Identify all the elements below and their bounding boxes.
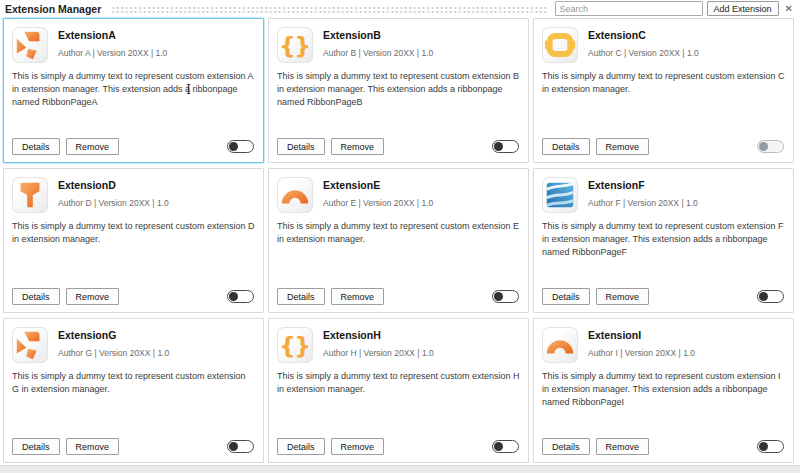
toggle-knob	[759, 142, 768, 151]
card-footer: Details Remove	[277, 288, 519, 305]
search-input[interactable]	[555, 1, 703, 16]
enable-toggle[interactable]	[492, 440, 519, 453]
extension-description: This is simply a dummy text to represent…	[542, 220, 785, 259]
extension-card[interactable]: ExtensionD Author D | Version 20XX | 1.0…	[3, 168, 264, 313]
enable-toggle[interactable]	[227, 440, 254, 453]
enable-toggle[interactable]	[757, 440, 784, 453]
extension-card[interactable]: ExtensionG Author G | Version 20XX | 1.0…	[3, 318, 264, 463]
enable-toggle[interactable]	[492, 140, 519, 153]
plug-frame-icon	[542, 27, 578, 63]
toggle-knob	[494, 142, 503, 151]
page-title: Extension Manager	[5, 3, 101, 15]
card-header: ExtensionA Author A | Version 20XX | 1.0	[12, 27, 255, 63]
card-footer: Details Remove	[542, 438, 784, 455]
remove-button[interactable]: Remove	[596, 288, 650, 305]
details-button[interactable]: Details	[277, 138, 325, 155]
extension-description: This is simply a dummy text to represent…	[277, 70, 520, 109]
extension-description: This is simply a dummy text to represent…	[542, 70, 785, 96]
extension-author-version: Author C | Version 20XX | 1.0	[588, 48, 699, 58]
extension-description: This is simply a dummy text to represent…	[12, 220, 255, 246]
details-button[interactable]: Details	[542, 438, 590, 455]
pinwheel-icon	[12, 27, 48, 63]
extension-card[interactable]: ExtensionA Author A | Version 20XX | 1.0…	[3, 18, 264, 163]
drag-dots-pattern	[111, 6, 546, 13]
card-header: {} ExtensionB Author B | Version 20XX | …	[277, 27, 520, 63]
remove-button[interactable]: Remove	[331, 138, 385, 155]
remove-button[interactable]: Remove	[596, 438, 650, 455]
extension-description: This is simply a dummy text to represent…	[277, 370, 520, 396]
trowel-icon	[12, 177, 48, 213]
remove-button[interactable]: Remove	[596, 138, 650, 155]
close-icon[interactable]: ✕	[785, 4, 793, 14]
extension-card[interactable]: {} ExtensionH Author H | Version 20XX | …	[268, 318, 529, 463]
details-button[interactable]: Details	[12, 138, 60, 155]
extension-author-version: Author D | Version 20XX | 1.0	[58, 198, 169, 208]
extension-author-version: Author A | Version 20XX | 1.0	[58, 48, 167, 58]
details-button[interactable]: Details	[12, 438, 60, 455]
extension-author-version: Author I | Version 20XX | 1.0	[588, 348, 695, 358]
waves-icon	[542, 177, 578, 213]
details-button[interactable]: Details	[277, 288, 325, 305]
card-header: ExtensionF Author F | Version 20XX | 1.0	[542, 177, 785, 213]
remove-button[interactable]: Remove	[331, 288, 385, 305]
extension-author-version: Author B | Version 20XX | 1.0	[323, 48, 433, 58]
toggle-knob	[494, 292, 503, 301]
card-footer: Details Remove	[542, 138, 784, 155]
extension-title: ExtensionD	[58, 179, 169, 191]
extension-title: ExtensionH	[323, 329, 434, 341]
bottom-strip	[0, 465, 800, 473]
details-button[interactable]: Details	[12, 288, 60, 305]
enable-toggle[interactable]	[757, 290, 784, 303]
card-header: ExtensionG Author G | Version 20XX | 1.0	[12, 327, 255, 363]
card-footer: Details Remove	[277, 438, 519, 455]
remove-button[interactable]: Remove	[66, 438, 120, 455]
extension-description: This is simply a dummy text to represent…	[12, 70, 255, 109]
card-header: ExtensionE Author E | Version 20XX | 1.0	[277, 177, 520, 213]
braces-icon: {}	[277, 27, 313, 63]
card-footer: Details Remove	[12, 438, 254, 455]
details-button[interactable]: Details	[542, 138, 590, 155]
enable-toggle[interactable]	[227, 290, 254, 303]
toggle-knob	[229, 442, 238, 451]
add-extension-button[interactable]: Add Extension	[707, 1, 779, 16]
card-header: ExtensionD Author D | Version 20XX | 1.0	[12, 177, 255, 213]
toggle-knob	[229, 292, 238, 301]
extension-card-grid: ExtensionA Author A | Version 20XX | 1.0…	[3, 18, 794, 463]
extension-card[interactable]: ExtensionI Author I | Version 20XX | 1.0…	[533, 318, 794, 463]
extension-title: ExtensionB	[323, 29, 433, 41]
details-button[interactable]: Details	[277, 438, 325, 455]
extension-card[interactable]: {} ExtensionB Author B | Version 20XX | …	[268, 18, 529, 163]
extension-card[interactable]: ExtensionE Author E | Version 20XX | 1.0…	[268, 168, 529, 313]
toggle-knob	[759, 442, 768, 451]
extension-manager-window: Extension Manager Add Extension ✕ Extens…	[0, 0, 800, 473]
enable-toggle[interactable]	[492, 290, 519, 303]
extension-card[interactable]: ExtensionC Author C | Version 20XX | 1.0…	[533, 18, 794, 163]
extension-description: This is simply a dummy text to represent…	[277, 220, 520, 246]
extension-title: ExtensionG	[58, 329, 169, 341]
details-button[interactable]: Details	[542, 288, 590, 305]
remove-button[interactable]: Remove	[66, 138, 120, 155]
card-header: ExtensionI Author I | Version 20XX | 1.0	[542, 327, 785, 363]
svg-text:}: }	[294, 332, 311, 360]
extension-title: ExtensionC	[588, 29, 699, 41]
toggle-knob	[229, 142, 238, 151]
card-footer: Details Remove	[12, 138, 254, 155]
extension-card[interactable]: ExtensionF Author F | Version 20XX | 1.0…	[533, 168, 794, 313]
toggle-knob	[759, 292, 768, 301]
extension-author-version: Author H | Version 20XX | 1.0	[323, 348, 434, 358]
extension-description: This is simply a dummy text to represent…	[542, 370, 785, 409]
extension-title: ExtensionI	[588, 329, 695, 341]
title-bar: Extension Manager Add Extension ✕	[0, 0, 800, 17]
pinwheel-icon	[12, 327, 48, 363]
enable-toggle[interactable]	[757, 140, 784, 153]
card-header: {} ExtensionH Author H | Version 20XX | …	[277, 327, 520, 363]
extension-title: ExtensionE	[323, 179, 433, 191]
remove-button[interactable]: Remove	[66, 288, 120, 305]
extension-title: ExtensionA	[58, 29, 167, 41]
enable-toggle[interactable]	[227, 140, 254, 153]
remove-button[interactable]: Remove	[331, 438, 385, 455]
braces-icon: {}	[277, 327, 313, 363]
card-header: ExtensionC Author C | Version 20XX | 1.0	[542, 27, 785, 63]
card-footer: Details Remove	[12, 288, 254, 305]
arch-icon	[277, 177, 313, 213]
